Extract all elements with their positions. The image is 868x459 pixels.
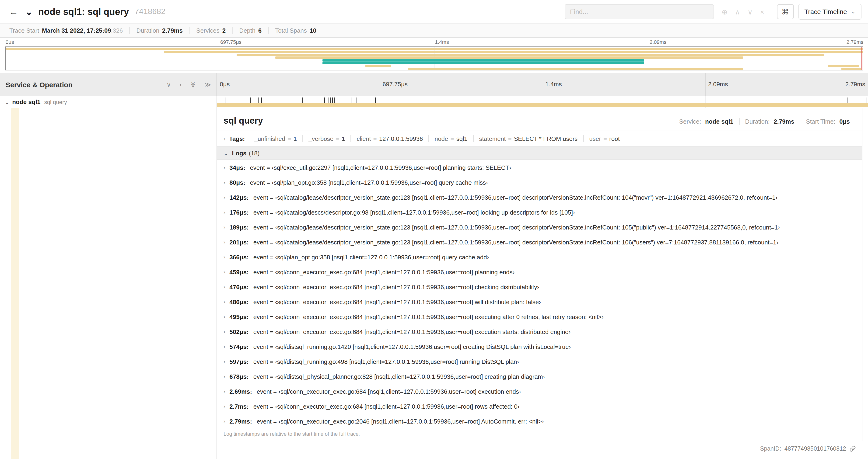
next-result-icon[interactable]: ∨ (748, 8, 753, 15)
tag-value: root (609, 135, 620, 142)
log-row[interactable]: › 495μs: event = ‹sql/conn_executor_exec… (217, 309, 862, 324)
tag-equals: = (508, 135, 512, 142)
chevron-down-icon[interactable]: ∨ (166, 81, 171, 88)
log-row[interactable]: › 486μs: event = ‹sql/conn_executor_exec… (217, 294, 862, 309)
log-message: event = ‹sql/conn_executor_exec.go:684 [… (253, 298, 541, 305)
log-row[interactable]: › 2.79ms: event = ‹sql/conn_executor_exe… (217, 414, 862, 429)
chevron-right-icon[interactable]: › (180, 81, 182, 88)
prev-result-icon[interactable]: ∧ (735, 8, 740, 15)
chevron-right-icon[interactable]: › (223, 224, 225, 230)
chevron-right-icon[interactable]: › (223, 135, 225, 142)
span-name-column (0, 108, 217, 459)
log-row[interactable]: › 678μs: event = ‹sql/distsql_physical_p… (217, 369, 862, 384)
chevron-right-icon[interactable]: › (223, 239, 225, 245)
minimap-graph[interactable] (5, 46, 863, 70)
meta-label: Start Time: (806, 118, 835, 125)
service-operation-title: Service & Operation (6, 80, 72, 88)
log-message: event = ‹sql/conn_executor_exec.go:684 [… (253, 268, 515, 275)
log-marker (258, 97, 258, 103)
log-row[interactable]: › 2.69ms: event = ‹sql/conn_executor_exe… (217, 384, 862, 399)
log-row[interactable]: › 34μs: event = ‹sql/exec_util.go:2297 [… (217, 160, 862, 175)
tag-item: node=sql1 (429, 135, 473, 142)
span-bar-track[interactable] (217, 96, 868, 108)
back-button[interactable]: ← (6, 6, 21, 17)
summary-item: Services 2 (190, 27, 232, 34)
log-timestamp: 486μs: (229, 298, 248, 305)
log-message: event = ‹sql/conn_executor_exec.go:684 [… (253, 283, 539, 290)
span-duration-bar[interactable] (217, 103, 868, 107)
chevron-right-icon[interactable]: › (223, 269, 225, 275)
chevron-right-icon[interactable]: › (223, 403, 225, 409)
log-row[interactable]: › 142μs: event = ‹sql/catalog/lease/desc… (217, 190, 862, 205)
double-chevron-down-icon[interactable]: ≫ (190, 81, 196, 88)
chevron-right-icon[interactable]: › (223, 329, 225, 334)
log-row[interactable]: › 476μs: event = ‹sql/conn_executor_exec… (217, 280, 862, 294)
chevron-down-icon[interactable]: ⌄ (223, 150, 228, 157)
minimap-tick: 2.09ms (649, 39, 666, 45)
meta-item: Start Time: 0μs (800, 118, 856, 125)
log-row[interactable]: › 574μs: event = ‹sql/distsql_running.go… (217, 339, 862, 354)
chevron-down-icon[interactable]: ⌄ (5, 99, 9, 105)
summary-value: 2.79ms (162, 27, 183, 34)
log-message: event = ‹sql/conn_executor_exec.go:2046 … (257, 418, 544, 425)
trace-collapse-chevron-icon[interactable]: ⌄ (25, 6, 33, 17)
minimap-span-bar (275, 57, 743, 59)
chevron-right-icon[interactable]: › (223, 209, 225, 215)
span-row[interactable]: ⌄ node sql1 sql query (0, 96, 868, 108)
log-row[interactable]: › 366μs: event = ‹sql/plan_opt.go:358 [n… (217, 250, 862, 264)
log-row[interactable]: › 80μs: event = ‹sql/plan_opt.go:358 [ns… (217, 175, 862, 190)
log-row[interactable]: › 176μs: event = ‹sql/catalog/descs/desc… (217, 205, 862, 220)
log-row[interactable]: › 189μs: event = ‹sql/catalog/lease/desc… (217, 220, 862, 235)
tag-item: _verbose=1 (302, 135, 351, 142)
double-chevron-right-icon[interactable]: ≫ (205, 81, 211, 88)
chevron-right-icon[interactable]: › (223, 254, 225, 260)
log-timestamp: 2.7ms: (229, 403, 248, 410)
minimap-left-scrubber[interactable] (5, 47, 6, 70)
chevron-right-icon[interactable]: › (223, 344, 225, 349)
span-operation-name: sql query (44, 99, 67, 105)
find-actions: ⊕ ∧ ∨ × (719, 8, 767, 15)
trace-view-label: Trace Timeline (804, 8, 847, 15)
focus-icon[interactable]: ⊕ (722, 8, 727, 15)
tag-item: statement=SELECT * FROM users (473, 135, 583, 142)
log-row[interactable]: › 201μs: event = ‹sql/catalog/lease/desc… (217, 235, 862, 250)
chevron-right-icon[interactable]: › (223, 284, 225, 290)
chevron-right-icon[interactable]: › (223, 389, 225, 394)
minimap-span-bar (164, 51, 863, 53)
log-message: event = ‹sql/plan_opt.go:358 [nsql1,clie… (253, 254, 489, 261)
chevron-right-icon[interactable]: › (223, 299, 225, 305)
chevron-right-icon[interactable]: › (223, 359, 225, 364)
chevron-right-icon[interactable]: › (223, 179, 225, 185)
chevron-right-icon[interactable]: › (223, 195, 225, 200)
chevron-right-icon[interactable]: › (223, 374, 225, 379)
log-marker (236, 97, 236, 103)
chevron-right-icon[interactable]: › (223, 418, 225, 424)
minimap-tick: 1.4ms (434, 39, 449, 45)
tags-accordion[interactable]: › Tags: _unfinished=1 _verbose=1 client=… (217, 131, 862, 146)
link-icon[interactable] (849, 446, 856, 452)
clear-find-icon[interactable]: × (760, 8, 765, 15)
logs-count: (18) (249, 150, 259, 157)
chevron-right-icon[interactable]: › (223, 314, 225, 320)
log-row[interactable]: › 502μs: event = ‹sql/conn_executor_exec… (217, 324, 862, 339)
log-marker (356, 97, 357, 103)
log-message: event = ‹sql/catalog/lease/descriptor_ve… (253, 224, 780, 231)
log-row[interactable]: › 459μs: event = ‹sql/conn_executor_exec… (217, 264, 862, 280)
span-name-cell[interactable]: ⌄ node sql1 sql query (0, 96, 217, 108)
log-marker (225, 97, 225, 103)
log-message: event = ‹sql/catalog/lease/descriptor_ve… (253, 239, 778, 245)
log-row[interactable]: › 597μs: event = ‹sql/distsql_running.go… (217, 354, 862, 369)
log-marker (847, 97, 848, 103)
trace-body: sql query Service: node sql1 Duration: 2… (0, 108, 868, 459)
minimap-right-scrubber[interactable] (862, 47, 862, 70)
minimap-tick: 697.75μs (219, 39, 242, 45)
trace-view-selector[interactable]: Trace Timeline ⌄ (798, 4, 862, 20)
log-timestamp: 495μs: (229, 313, 248, 320)
find-input[interactable] (570, 8, 709, 15)
logs-accordion-header[interactable]: ⌄ Logs (18) (217, 146, 862, 160)
tag-item: _unfinished=1 (248, 135, 302, 142)
keyboard-shortcuts-button[interactable]: ⌘ (777, 4, 794, 19)
log-row[interactable]: › 2.7ms: event = ‹sql/conn_executor_exec… (217, 399, 862, 414)
chevron-right-icon[interactable]: › (223, 165, 225, 170)
log-timestamp: 502μs: (229, 328, 248, 335)
